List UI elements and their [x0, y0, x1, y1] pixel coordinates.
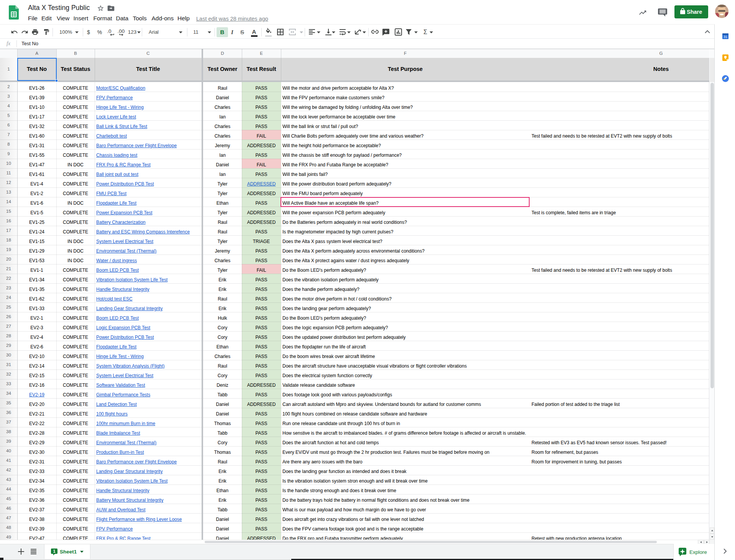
svg-text:31: 31 — [724, 35, 727, 39]
svg-text:1: 1 — [53, 549, 55, 553]
